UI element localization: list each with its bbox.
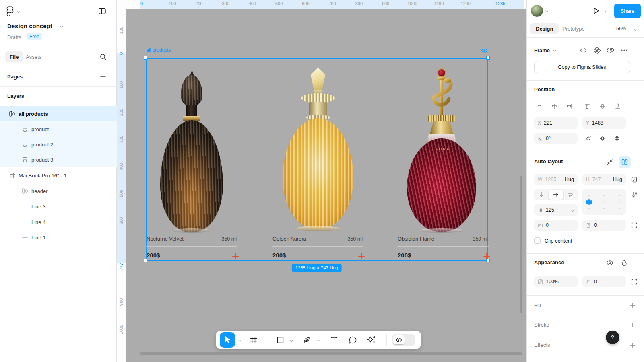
- breadcrumb[interactable]: Drafts: [7, 34, 21, 40]
- flip-horizontal-button[interactable]: [598, 134, 607, 143]
- layer-row-macbook-frame[interactable]: MacBook Pro 16" - 1: [0, 168, 117, 183]
- tab-assets[interactable]: Assets: [26, 54, 41, 60]
- horizontal-padding-field[interactable]: 0: [534, 220, 578, 231]
- rotate-button[interactable]: [583, 134, 593, 143]
- copy-to-figma-slides-button[interactable]: Copy to Figma Slides: [534, 61, 630, 73]
- align-grid-dot[interactable]: [604, 195, 605, 196]
- shape-tool-chevron-icon[interactable]: [290, 339, 293, 341]
- share-button[interactable]: Share: [614, 4, 641, 18]
- tab-design[interactable]: Design: [530, 23, 559, 34]
- dev-mode-code-icon[interactable]: [393, 335, 405, 344]
- avatar-chevron-icon[interactable]: [545, 10, 548, 12]
- layer-row-all-products[interactable]: all products: [0, 106, 117, 121]
- align-grid-dot[interactable]: [619, 208, 620, 209]
- help-button[interactable]: ?: [606, 331, 619, 344]
- document-title-chevron-icon[interactable]: [60, 25, 63, 28]
- align-grid-dot[interactable]: [604, 208, 605, 209]
- toggle-sidebar-button[interactable]: [98, 7, 106, 15]
- layout-settings-button[interactable]: [630, 190, 640, 200]
- more-options-button[interactable]: [619, 45, 629, 55]
- zoom-level[interactable]: 56%: [616, 26, 626, 31]
- horizontal-scrollbar[interactable]: [140, 352, 522, 355]
- x-position-field[interactable]: X221: [534, 117, 578, 129]
- resize-to-fit-button[interactable]: [629, 175, 639, 184]
- layer-row-line-3[interactable]: Line 3: [0, 199, 117, 214]
- present-button[interactable]: [592, 7, 600, 15]
- main-menu-chevron-icon[interactable]: [17, 10, 20, 13]
- width-field[interactable]: W1285Hug: [534, 174, 578, 185]
- direction-horizontal-button[interactable]: [549, 190, 563, 200]
- pen-tool-button[interactable]: [301, 334, 312, 346]
- selection-type-label[interactable]: Frame: [534, 47, 550, 53]
- create-component-button[interactable]: [592, 45, 602, 55]
- direction-wrap-button[interactable]: [563, 189, 578, 200]
- instance-swap-button[interactable]: [606, 45, 615, 55]
- align-grid-dot[interactable]: [604, 202, 605, 203]
- tab-prototype[interactable]: Prototype: [562, 26, 585, 32]
- layer-row-header[interactable]: header: [0, 183, 117, 199]
- align-grid-dot[interactable]: [619, 195, 620, 196]
- copy-as-code-button[interactable]: [578, 45, 588, 55]
- move-tool-button[interactable]: [220, 332, 235, 348]
- frame-tool-chevron-icon[interactable]: [263, 339, 266, 341]
- document-title[interactable]: Design concept: [7, 23, 52, 29]
- align-grid-dot[interactable]: [588, 195, 590, 196]
- vertical-padding-field[interactable]: 0: [582, 220, 626, 231]
- corner-radius-field[interactable]: 0: [582, 276, 626, 287]
- align-left-button[interactable]: [534, 101, 544, 111]
- add-to-cart-icon[interactable]: [483, 253, 490, 260]
- product-card-2[interactable]: Golden Aurora350 ml 200$: [272, 58, 363, 261]
- gap-field[interactable]: 125: [534, 204, 578, 216]
- product-card-3[interactable]: AURA Obsidian Flame350 ml 200$: [397, 58, 489, 261]
- align-top-button[interactable]: [582, 101, 592, 111]
- layer-row-line-1[interactable]: Line 1: [0, 230, 117, 245]
- add-to-cart-icon[interactable]: [358, 253, 365, 260]
- layer-row-product-3[interactable]: product 3: [0, 152, 117, 167]
- auto-layout-enabled-toggle[interactable]: [619, 156, 631, 168]
- y-position-field[interactable]: Y1488: [582, 117, 626, 129]
- selection-type-chevron-icon[interactable]: [553, 49, 556, 52]
- vertical-scrollbar[interactable]: [520, 176, 522, 313]
- text-tool-button[interactable]: [328, 334, 340, 346]
- move-tool-chevron-icon[interactable]: [237, 339, 240, 341]
- gap-chevron-icon[interactable]: [571, 209, 574, 212]
- rotation-field[interactable]: 0°: [534, 133, 578, 144]
- add-page-button[interactable]: [100, 73, 106, 80]
- comment-tool-button[interactable]: [347, 334, 358, 346]
- product-card-1[interactable]: Nocturne Velvet350 ml 200$: [146, 58, 237, 261]
- tab-file[interactable]: File: [5, 51, 23, 62]
- align-grid-dot[interactable]: [588, 208, 590, 209]
- blend-mode-button[interactable]: [619, 258, 629, 267]
- align-grid-dot[interactable]: [619, 202, 620, 203]
- opacity-field[interactable]: 100%: [534, 276, 578, 287]
- search-button[interactable]: [100, 53, 107, 60]
- align-right-button[interactable]: [565, 101, 574, 111]
- add-to-cart-icon[interactable]: [232, 253, 239, 260]
- avatar[interactable]: [531, 5, 543, 17]
- shape-tool-button[interactable]: [275, 334, 286, 346]
- layer-row-product-1[interactable]: product 1: [0, 121, 117, 137]
- figma-menu-button[interactable]: [6, 6, 14, 17]
- pen-tool-chevron-icon[interactable]: [316, 339, 319, 341]
- direction-vertical-button[interactable]: [534, 189, 549, 200]
- frame-name-label[interactable]: all products: [146, 47, 171, 53]
- present-chevron-icon[interactable]: [605, 10, 608, 12]
- align-h-center-button[interactable]: [549, 101, 559, 111]
- frame-code-icon[interactable]: [481, 48, 488, 53]
- canvas[interactable]: all products Nocturne Velvet350 ml 200$: [117, 0, 526, 362]
- expand-appearance-button[interactable]: [629, 277, 639, 286]
- add-effect-button[interactable]: [627, 340, 637, 350]
- layer-row-product-2[interactable]: product 2: [0, 137, 117, 152]
- height-field[interactable]: H747Hug: [582, 174, 626, 185]
- shrink-wrap-button[interactable]: [605, 157, 615, 167]
- individual-padding-button[interactable]: [629, 220, 639, 230]
- align-bottom-button[interactable]: [613, 101, 623, 111]
- flip-vertical-button[interactable]: [612, 134, 622, 143]
- alignment-grid[interactable]: [582, 189, 626, 215]
- frame-tool-button[interactable]: [248, 334, 259, 346]
- add-stroke-button[interactable]: [627, 320, 637, 330]
- zoom-chevron-icon[interactable]: [634, 28, 637, 31]
- clip-content-checkbox[interactable]: [534, 237, 541, 244]
- visibility-button[interactable]: [605, 258, 615, 267]
- align-v-center-button[interactable]: [598, 101, 607, 111]
